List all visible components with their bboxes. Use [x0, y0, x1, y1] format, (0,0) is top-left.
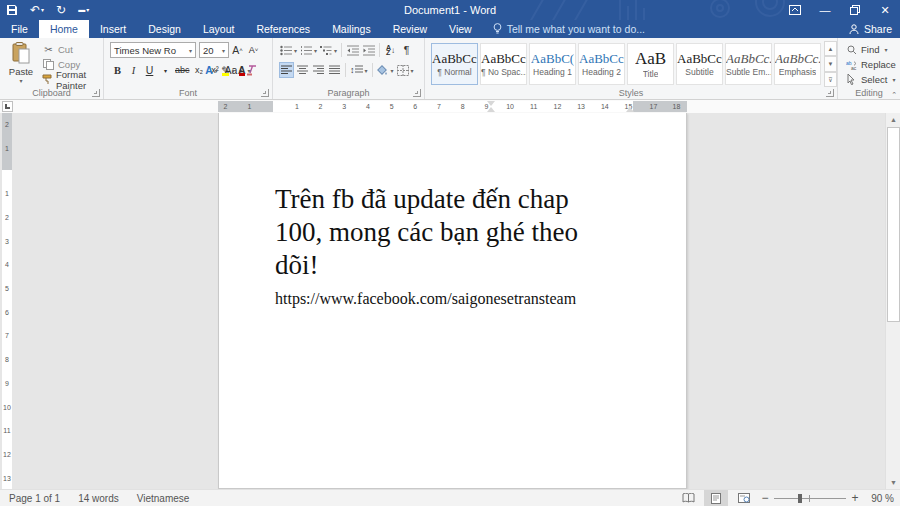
web-layout-button[interactable]	[732, 490, 756, 506]
find-button[interactable]: Find▾	[843, 42, 898, 57]
scroll-up-icon[interactable]: ▲	[886, 113, 900, 126]
zoom-out-button[interactable]: −	[760, 491, 770, 505]
style-no-spacing[interactable]: AaBbCcI¶ No Spac...	[480, 43, 527, 85]
minimize-button[interactable]: —	[810, 0, 840, 20]
document-text[interactable]: Trên fb đã update đến chap 100, mong các…	[275, 183, 635, 310]
font-dialog-launcher[interactable]	[261, 89, 269, 97]
read-mode-icon	[682, 493, 695, 503]
style-subtitle[interactable]: AaBbCcDSubtitle	[676, 43, 723, 85]
read-mode-button[interactable]	[676, 490, 700, 506]
word-count-status[interactable]: 14 words	[69, 493, 128, 504]
paragraph-dialog-launcher[interactable]	[413, 89, 421, 97]
language-status[interactable]: Vietnamese	[128, 493, 199, 504]
grow-font-button[interactable]: A˄	[230, 42, 245, 58]
print-layout-button[interactable]	[704, 490, 728, 506]
style-heading2[interactable]: AaBbCcDHeading 2	[578, 43, 625, 85]
undo-dropdown-icon[interactable]: ▾	[41, 0, 44, 20]
italic-button[interactable]: I	[126, 62, 141, 78]
document-page[interactable]: Trên fb đã update đến chap 100, mong các…	[218, 113, 687, 489]
style-title[interactable]: AaBTitle	[627, 43, 674, 85]
ruler-mark: 8	[451, 101, 475, 112]
replace-button[interactable]: abacReplace	[843, 57, 898, 72]
tab-file[interactable]: File	[0, 20, 39, 38]
page-count-status[interactable]: Page 1 of 1	[0, 493, 69, 504]
shrink-font-button[interactable]: A˅	[246, 42, 261, 58]
text-effects-button[interactable]: A▾	[204, 62, 219, 78]
align-right-button[interactable]	[311, 62, 326, 78]
restore-button[interactable]	[840, 0, 870, 20]
font-color-button[interactable]: A▾	[237, 62, 252, 78]
styles-gallery-more-icon[interactable]: ⊽	[824, 72, 837, 87]
collapse-ribbon-icon[interactable]: ⌃	[891, 91, 897, 99]
vertical-ruler[interactable]: 2 1 12345678910111213	[2, 113, 12, 489]
clipboard-dialog-launcher[interactable]	[92, 89, 100, 97]
justify-button[interactable]	[327, 62, 342, 78]
underline-dropdown-icon[interactable]: ▾	[158, 62, 173, 78]
multilevel-list-button[interactable]: ▾	[319, 42, 338, 58]
title-bar: ↶▾ ↻ ▬▾ Document1 - Word — ✕	[0, 0, 900, 20]
tab-mailings[interactable]: Mailings	[321, 20, 382, 38]
zoom-in-button[interactable]: +	[850, 491, 860, 505]
tab-design[interactable]: Design	[137, 20, 192, 38]
style-subtle-emphasis[interactable]: AaBbCc.Subtle Em...	[725, 43, 772, 85]
style-emphasis[interactable]: AaBbCc.Emphasis	[774, 43, 821, 85]
vertical-scrollbar[interactable]: ▲ ▼	[885, 113, 900, 489]
save-icon[interactable]	[6, 4, 18, 16]
zoom-level-label[interactable]: 90 %	[864, 493, 894, 504]
paste-dropdown-icon[interactable]: ▾	[5, 77, 37, 84]
font-size-combo[interactable]: 20▾	[199, 42, 229, 58]
ruler-mark: 6	[2, 300, 12, 324]
underline-button[interactable]: U	[142, 62, 157, 78]
highlight-color-button[interactable]: ✎▾	[220, 62, 236, 78]
styles-scroll-down-icon[interactable]: ▼	[824, 56, 837, 71]
share-button[interactable]: Share	[849, 20, 892, 38]
align-left-button[interactable]	[279, 62, 294, 78]
tab-references[interactable]: References	[245, 20, 321, 38]
zoom-slider[interactable]	[774, 490, 846, 506]
tab-view[interactable]: View	[438, 20, 483, 38]
bullets-button[interactable]: ▾	[279, 42, 298, 58]
bold-button[interactable]: B	[110, 62, 125, 78]
tab-insert[interactable]: Insert	[89, 20, 137, 38]
styles-scroll-up-icon[interactable]: ▲	[824, 41, 837, 56]
horizontal-ruler[interactable]: 2 1 123456789101112131415 17 18	[218, 101, 687, 112]
tab-review[interactable]: Review	[382, 20, 438, 38]
tab-layout[interactable]: Layout	[192, 20, 246, 38]
format-painter-button[interactable]: Format Painter	[40, 72, 103, 87]
statusbar-right: − + 90 %	[676, 490, 894, 506]
numbering-button[interactable]: ▾	[299, 42, 318, 58]
undo-icon[interactable]: ↶▾	[30, 0, 44, 20]
align-center-button[interactable]	[295, 62, 310, 78]
close-button[interactable]: ✕	[870, 0, 900, 20]
right-indent-marker[interactable]	[626, 107, 634, 112]
shading-button[interactable]: ▾	[376, 62, 395, 78]
borders-button[interactable]: ▾	[396, 62, 415, 78]
sort-button[interactable]: AZ↓	[383, 42, 398, 58]
paste-button[interactable]: Paste ▾	[5, 42, 37, 84]
select-button[interactable]: Select▾	[843, 72, 898, 87]
strikethrough-button[interactable]: abc	[174, 62, 191, 78]
share-person-icon	[849, 24, 860, 35]
style-normal[interactable]: AaBbCcI¶ Normal	[431, 43, 478, 85]
show-hide-pilcrow-button[interactable]: ¶	[399, 42, 414, 58]
ribbon-display-options-icon[interactable]	[780, 0, 810, 20]
line-spacing-button[interactable]: ↕▾	[349, 62, 369, 78]
cut-button[interactable]: ✂Cut	[40, 42, 103, 57]
ruler-mark: 12	[2, 443, 12, 467]
customize-qat-icon[interactable]: ▬▾	[78, 0, 89, 20]
increase-indent-button[interactable]	[361, 42, 376, 58]
tell-me-box[interactable]: Tell me what you want to do...	[483, 20, 655, 38]
styles-dialog-launcher[interactable]	[826, 89, 834, 97]
style-heading1[interactable]: AaBbC(Heading 1	[529, 43, 576, 85]
tab-home[interactable]: Home	[39, 20, 89, 38]
font-name-combo[interactable]: Times New Ro▾	[110, 42, 196, 58]
zoom-slider-thumb[interactable]	[798, 494, 802, 503]
decrease-indent-button[interactable]	[345, 42, 360, 58]
first-line-indent-marker[interactable]	[487, 101, 495, 106]
hanging-indent-marker[interactable]	[487, 107, 495, 112]
redo-icon[interactable]: ↻	[56, 0, 66, 20]
scroll-down-icon[interactable]: ▼	[886, 476, 900, 489]
scrollbar-thumb[interactable]	[887, 127, 900, 322]
bullets-icon	[280, 45, 292, 56]
tab-stop-selector[interactable]	[2, 101, 13, 112]
